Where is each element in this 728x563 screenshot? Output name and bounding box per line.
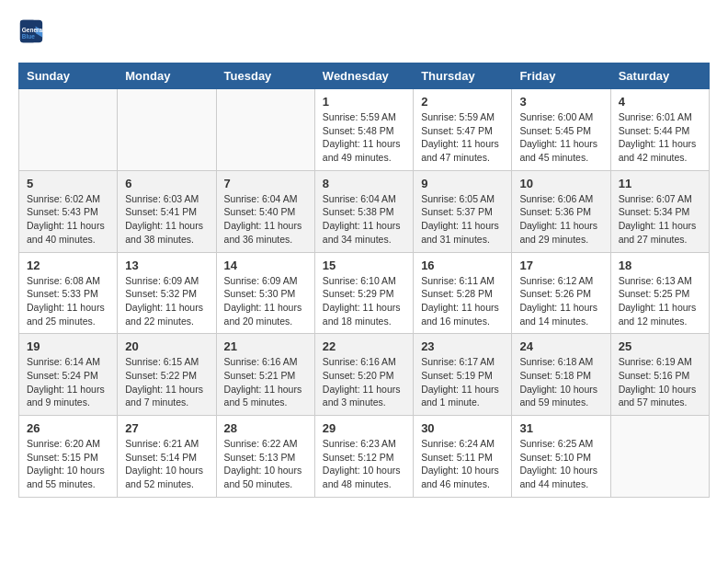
calendar-cell: 9Sunrise: 6:05 AMSunset: 5:37 PMDaylight… xyxy=(414,170,512,252)
day-info: Sunrise: 6:13 AMSunset: 5:25 PMDaylight:… xyxy=(619,274,701,328)
day-info: Sunrise: 6:16 AMSunset: 5:21 PMDaylight:… xyxy=(224,355,307,409)
weekday-header-row: SundayMondayTuesdayWednesdayThursdayFrid… xyxy=(19,63,710,89)
day-number: 25 xyxy=(619,339,701,353)
day-info: Sunrise: 6:09 AMSunset: 5:30 PMDaylight:… xyxy=(224,274,307,328)
calendar-cell: 12Sunrise: 6:08 AMSunset: 5:33 PMDayligh… xyxy=(19,252,118,334)
calendar-cell: 26Sunrise: 6:20 AMSunset: 5:15 PMDayligh… xyxy=(19,416,118,498)
week-row-3: 12Sunrise: 6:08 AMSunset: 5:33 PMDayligh… xyxy=(19,252,710,334)
day-info: Sunrise: 6:03 AMSunset: 5:41 PMDaylight:… xyxy=(125,192,208,247)
day-info: Sunrise: 6:24 AMSunset: 5:11 PMDaylight:… xyxy=(421,437,504,491)
day-number: 21 xyxy=(224,339,307,353)
day-info: Sunrise: 6:25 AMSunset: 5:10 PMDaylight:… xyxy=(519,437,602,491)
day-number: 9 xyxy=(421,177,504,190)
day-number: 15 xyxy=(323,259,405,272)
day-number: 7 xyxy=(224,177,307,190)
calendar-cell: 10Sunrise: 6:06 AMSunset: 5:36 PMDayligh… xyxy=(512,170,610,252)
day-info: Sunrise: 6:14 AMSunset: 5:24 PMDaylight:… xyxy=(27,355,109,409)
calendar-cell: 30Sunrise: 6:24 AMSunset: 5:11 PMDayligh… xyxy=(414,416,512,498)
calendar-cell xyxy=(19,89,118,171)
day-number: 19 xyxy=(27,339,109,353)
weekday-header-monday: Monday xyxy=(118,63,216,89)
day-number: 31 xyxy=(519,421,602,435)
day-number: 2 xyxy=(421,95,504,109)
calendar-cell: 27Sunrise: 6:21 AMSunset: 5:14 PMDayligh… xyxy=(118,416,216,498)
day-number: 18 xyxy=(619,259,701,272)
day-number: 24 xyxy=(519,339,602,353)
day-info: Sunrise: 6:23 AMSunset: 5:12 PMDaylight:… xyxy=(323,437,405,491)
calendar-cell: 19Sunrise: 6:14 AMSunset: 5:24 PMDayligh… xyxy=(19,334,118,416)
calendar-cell: 23Sunrise: 6:17 AMSunset: 5:19 PMDayligh… xyxy=(414,334,512,416)
calendar-cell: 20Sunrise: 6:15 AMSunset: 5:22 PMDayligh… xyxy=(118,334,216,416)
logo: General Blue xyxy=(18,18,46,44)
calendar-cell: 4Sunrise: 6:01 AMSunset: 5:44 PMDaylight… xyxy=(610,89,709,171)
calendar-cell: 13Sunrise: 6:09 AMSunset: 5:32 PMDayligh… xyxy=(118,252,216,334)
weekday-header-thursday: Thursday xyxy=(414,63,512,89)
logo-icon: General Blue xyxy=(18,18,44,44)
weekday-header-wednesday: Wednesday xyxy=(314,63,413,89)
svg-text:General: General xyxy=(22,27,44,33)
day-info: Sunrise: 6:01 AMSunset: 5:44 PMDaylight:… xyxy=(619,110,701,165)
calendar-cell: 31Sunrise: 6:25 AMSunset: 5:10 PMDayligh… xyxy=(512,416,610,498)
calendar-cell: 6Sunrise: 6:03 AMSunset: 5:41 PMDaylight… xyxy=(118,170,216,252)
week-row-4: 19Sunrise: 6:14 AMSunset: 5:24 PMDayligh… xyxy=(19,334,710,416)
weekday-header-saturday: Saturday xyxy=(610,63,709,89)
day-number: 13 xyxy=(125,259,208,272)
day-info: Sunrise: 6:09 AMSunset: 5:32 PMDaylight:… xyxy=(125,274,208,328)
day-number: 8 xyxy=(323,177,405,190)
weekday-header-sunday: Sunday xyxy=(19,63,118,89)
week-row-2: 5Sunrise: 6:02 AMSunset: 5:43 PMDaylight… xyxy=(19,170,710,252)
calendar-cell: 2Sunrise: 5:59 AMSunset: 5:47 PMDaylight… xyxy=(414,89,512,171)
day-number: 16 xyxy=(421,259,504,272)
calendar-cell: 18Sunrise: 6:13 AMSunset: 5:25 PMDayligh… xyxy=(610,252,709,334)
day-number: 4 xyxy=(619,95,701,109)
day-info: Sunrise: 6:05 AMSunset: 5:37 PMDaylight:… xyxy=(421,192,504,247)
calendar-cell: 7Sunrise: 6:04 AMSunset: 5:40 PMDaylight… xyxy=(216,170,314,252)
day-number: 3 xyxy=(519,95,602,109)
calendar-cell: 3Sunrise: 6:00 AMSunset: 5:45 PMDaylight… xyxy=(512,89,610,171)
calendar-cell xyxy=(118,89,216,171)
day-number: 27 xyxy=(125,421,208,435)
day-number: 11 xyxy=(619,177,701,190)
calendar-cell: 11Sunrise: 6:07 AMSunset: 5:34 PMDayligh… xyxy=(610,170,709,252)
day-number: 22 xyxy=(323,339,405,353)
svg-text:Blue: Blue xyxy=(22,33,35,40)
day-number: 17 xyxy=(519,259,602,272)
day-info: Sunrise: 5:59 AMSunset: 5:47 PMDaylight:… xyxy=(421,110,504,165)
calendar-cell: 28Sunrise: 6:22 AMSunset: 5:13 PMDayligh… xyxy=(216,416,314,498)
calendar-cell: 15Sunrise: 6:10 AMSunset: 5:29 PMDayligh… xyxy=(314,252,413,334)
day-number: 29 xyxy=(323,421,405,435)
day-number: 1 xyxy=(323,95,405,109)
day-info: Sunrise: 6:07 AMSunset: 5:34 PMDaylight:… xyxy=(619,192,701,247)
day-info: Sunrise: 6:15 AMSunset: 5:22 PMDaylight:… xyxy=(125,355,208,409)
day-number: 30 xyxy=(421,421,504,435)
calendar-cell: 22Sunrise: 6:16 AMSunset: 5:20 PMDayligh… xyxy=(314,334,413,416)
day-info: Sunrise: 6:19 AMSunset: 5:16 PMDaylight:… xyxy=(619,355,701,409)
calendar-cell: 5Sunrise: 6:02 AMSunset: 5:43 PMDaylight… xyxy=(19,170,118,252)
day-number: 10 xyxy=(519,177,602,190)
day-number: 20 xyxy=(125,339,208,353)
weekday-header-tuesday: Tuesday xyxy=(216,63,314,89)
day-info: Sunrise: 6:02 AMSunset: 5:43 PMDaylight:… xyxy=(27,192,109,247)
calendar-table: SundayMondayTuesdayWednesdayThursdayFrid… xyxy=(18,63,710,498)
day-number: 14 xyxy=(224,259,307,272)
day-info: Sunrise: 6:18 AMSunset: 5:18 PMDaylight:… xyxy=(519,355,602,409)
day-info: Sunrise: 6:22 AMSunset: 5:13 PMDaylight:… xyxy=(224,437,307,491)
calendar-cell: 1Sunrise: 5:59 AMSunset: 5:48 PMDaylight… xyxy=(314,89,413,171)
week-row-1: 1Sunrise: 5:59 AMSunset: 5:48 PMDaylight… xyxy=(19,89,710,171)
day-info: Sunrise: 6:11 AMSunset: 5:28 PMDaylight:… xyxy=(421,274,504,328)
calendar-cell: 21Sunrise: 6:16 AMSunset: 5:21 PMDayligh… xyxy=(216,334,314,416)
calendar-cell: 14Sunrise: 6:09 AMSunset: 5:30 PMDayligh… xyxy=(216,252,314,334)
day-number: 5 xyxy=(27,177,109,190)
day-info: Sunrise: 6:08 AMSunset: 5:33 PMDaylight:… xyxy=(27,274,109,328)
day-number: 28 xyxy=(224,421,307,435)
day-info: Sunrise: 6:10 AMSunset: 5:29 PMDaylight:… xyxy=(323,274,405,328)
day-info: Sunrise: 6:20 AMSunset: 5:15 PMDaylight:… xyxy=(27,437,109,491)
day-info: Sunrise: 6:00 AMSunset: 5:45 PMDaylight:… xyxy=(519,110,602,165)
day-info: Sunrise: 6:04 AMSunset: 5:38 PMDaylight:… xyxy=(323,192,405,247)
calendar-cell: 24Sunrise: 6:18 AMSunset: 5:18 PMDayligh… xyxy=(512,334,610,416)
day-info: Sunrise: 6:06 AMSunset: 5:36 PMDaylight:… xyxy=(519,192,602,247)
calendar-cell xyxy=(216,89,314,171)
calendar-cell: 16Sunrise: 6:11 AMSunset: 5:28 PMDayligh… xyxy=(414,252,512,334)
calendar-cell xyxy=(610,416,709,498)
day-info: Sunrise: 6:12 AMSunset: 5:26 PMDaylight:… xyxy=(519,274,602,328)
